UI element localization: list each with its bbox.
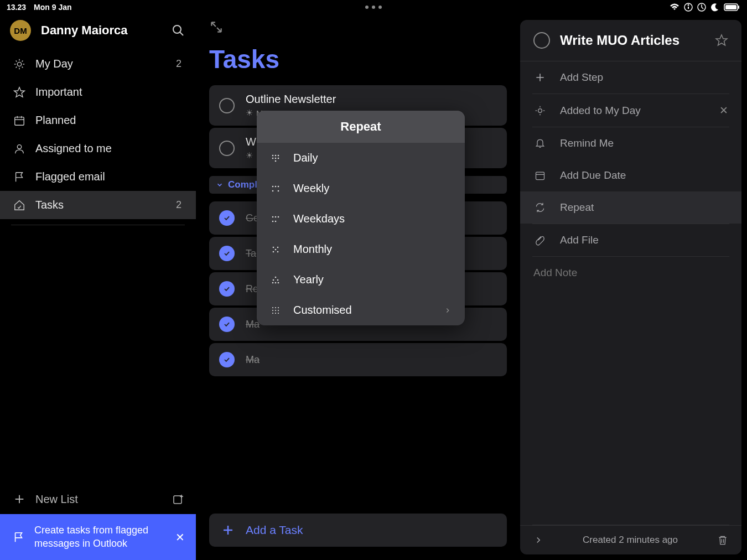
svg-rect-37: [536, 172, 544, 179]
bell-icon: [533, 138, 547, 149]
svg-point-40: [275, 154, 277, 156]
svg-point-75: [278, 312, 279, 313]
task-checkbox[interactable]: [219, 317, 235, 332]
sidebar-item-label: Tasks: [35, 199, 176, 211]
repeat-option-customised[interactable]: Customised: [257, 295, 465, 325]
sidebar-item-myday[interactable]: My Day 2: [0, 50, 196, 78]
page-title: Tasks: [209, 44, 507, 74]
svg-point-69: [278, 307, 279, 308]
task-checkbox[interactable]: [219, 210, 235, 226]
added-myday-row[interactable]: Added to My Day ✕: [520, 94, 741, 127]
repeat-row[interactable]: Repeat: [520, 191, 741, 224]
svg-line-17: [22, 60, 23, 61]
svg-point-67: [272, 307, 273, 308]
new-list-button[interactable]: New List: [35, 493, 172, 506]
svg-point-59: [273, 251, 274, 252]
close-icon[interactable]: ✕: [719, 104, 728, 117]
add-file-row[interactable]: Add File: [520, 224, 741, 256]
task-checkbox[interactable]: [219, 352, 235, 367]
avatar[interactable]: DM: [10, 20, 31, 41]
svg-point-46: [272, 185, 274, 187]
repeat-option-yearly[interactable]: Yearly: [257, 265, 465, 295]
svg-point-63: [277, 279, 279, 281]
svg-point-68: [275, 307, 276, 308]
home-icon: [11, 199, 28, 211]
task-checkbox[interactable]: [219, 246, 235, 261]
svg-point-54: [272, 220, 274, 222]
sidebar-item-tasks[interactable]: Tasks 2: [0, 191, 196, 219]
svg-line-14: [16, 60, 17, 61]
remind-me-row[interactable]: Remind Me: [520, 127, 741, 159]
dots-icon: [270, 245, 281, 254]
svg-rect-25: [174, 496, 181, 504]
new-group-icon[interactable]: [172, 492, 185, 506]
svg-line-8: [180, 32, 183, 35]
add-note-input[interactable]: [533, 267, 728, 279]
svg-point-47: [275, 185, 277, 187]
sidebar-item-label: Assigned to me: [35, 142, 185, 155]
svg-point-43: [275, 157, 277, 159]
sidebar-item-label: Planned: [35, 114, 185, 127]
task-title: Outline Newsletter: [246, 93, 497, 106]
svg-point-50: [278, 190, 279, 191]
sidebar-item-planned[interactable]: Planned: [0, 106, 196, 134]
detail-title: Write MUO Articles: [560, 33, 705, 48]
dots-icon: [270, 306, 281, 315]
repeat-popup: Repeat Daily Weekly Weekdays Monthly Yea…: [257, 111, 465, 325]
svg-rect-2: [688, 7, 689, 9]
task-title: Ma: [246, 354, 260, 366]
task-checkbox[interactable]: [219, 141, 235, 156]
task-row[interactable]: Ma: [209, 343, 507, 376]
add-task-button[interactable]: Add a Task: [209, 514, 507, 547]
sun-icon: [11, 58, 28, 70]
sidebar-item-label: Flagged email: [35, 170, 185, 183]
attachment-icon: [533, 235, 547, 246]
svg-point-22: [17, 144, 21, 148]
expand-icon[interactable]: [209, 20, 507, 34]
created-label: Created 2 minutes ago: [553, 535, 707, 546]
task-checkbox[interactable]: [219, 281, 235, 297]
svg-point-7: [173, 25, 181, 33]
collapse-icon[interactable]: [533, 535, 543, 545]
search-icon[interactable]: [170, 23, 186, 38]
banner-text: Create tasks from flagged messages in Ou…: [34, 524, 175, 550]
sidebar-item-flagged[interactable]: Flagged email: [0, 163, 196, 191]
task-title: Ta: [246, 248, 256, 260]
flag-icon: [11, 171, 28, 183]
sidebar-item-important[interactable]: Important: [0, 78, 196, 106]
status-icons: [670, 3, 740, 12]
due-date-row[interactable]: Add Due Date: [520, 159, 741, 191]
outlook-banner[interactable]: Create tasks from flagged messages in Ou…: [0, 514, 196, 560]
repeat-option-daily[interactable]: Daily: [257, 143, 465, 173]
sidebar-item-count: 2: [176, 199, 181, 211]
sidebar-item-label: My Day: [35, 58, 176, 70]
sidebar-item-label: Important: [35, 86, 185, 98]
person-icon: [11, 143, 28, 155]
svg-point-49: [272, 190, 274, 191]
trash-icon[interactable]: [717, 535, 728, 546]
task-checkbox[interactable]: [219, 98, 235, 113]
svg-point-62: [273, 279, 274, 281]
repeat-option-weekdays[interactable]: Weekdays: [257, 204, 465, 234]
sidebar-item-assigned[interactable]: Assigned to me: [0, 134, 196, 163]
svg-point-39: [272, 154, 274, 156]
svg-point-71: [275, 309, 276, 310]
add-step-button[interactable]: Add Step: [520, 61, 741, 94]
status-date: Mon 9 Jan: [34, 3, 71, 12]
dots-icon: [270, 276, 281, 284]
svg-point-64: [275, 282, 277, 283]
svg-rect-6: [738, 6, 739, 9]
svg-point-48: [278, 185, 279, 187]
multitask-dots[interactable]: [365, 6, 382, 9]
repeat-option-weekly[interactable]: Weekly: [257, 173, 465, 204]
svg-point-53: [278, 216, 279, 217]
star-icon[interactable]: [715, 34, 728, 47]
svg-point-72: [278, 309, 279, 310]
close-icon[interactable]: ✕: [175, 531, 185, 544]
svg-point-74: [275, 312, 276, 313]
status-time: 13.23: [7, 3, 26, 12]
svg-point-45: [275, 160, 277, 162]
svg-point-56: [273, 246, 274, 248]
repeat-option-monthly[interactable]: Monthly: [257, 234, 465, 265]
task-checkbox[interactable]: [533, 32, 550, 49]
